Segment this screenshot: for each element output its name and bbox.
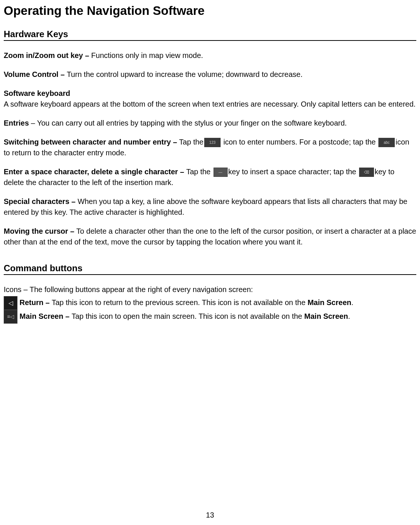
label-softkbd: Software keyboard [4, 89, 70, 97]
page-number: 13 [0, 511, 420, 519]
para-return: ◁ Return – Tap this icon to return to th… [4, 296, 416, 310]
label-special: Special characters – [4, 197, 78, 205]
label-cursor: Moving the cursor – [4, 227, 76, 235]
para-space: Enter a space character, delete a single… [4, 166, 416, 188]
number-mode-icon: 123 [204, 138, 221, 147]
text-zoom: Functions only in map view mode. [91, 51, 203, 59]
para-entries: Entries – You can carry out all entries … [4, 118, 416, 129]
para-cursor: Moving the cursor – To delete a characte… [4, 226, 416, 247]
return-icon: ◁ [4, 296, 17, 310]
text-volume: Turn the control upward to increase the … [67, 70, 303, 78]
text-switching-1: Tap the [179, 138, 204, 146]
text-switching-2: icon to enter numbers. For a postcode; t… [221, 138, 378, 146]
para-switching: Switching between character and number e… [4, 137, 416, 158]
text-mainscreen: Tap this icon to open the main screen. T… [72, 312, 305, 320]
mainscreen-ref-2: Main Screen [304, 312, 348, 320]
label-volume: Volume Control – [4, 70, 67, 78]
space-key-icon: — [214, 168, 228, 177]
section-hardware-keys: Hardware Keys [4, 29, 416, 41]
label-space: Enter a space character, delete a single… [4, 168, 186, 176]
label-entries: Entries [4, 119, 29, 127]
period-mainscreen: . [348, 312, 350, 320]
para-icons-intro: Icons – The following buttons appear at … [4, 284, 416, 295]
text-space-1: Tap the [186, 168, 212, 176]
para-softkbd: Software keyboard A software keyboard ap… [4, 88, 416, 110]
mainscreen-ref-1: Main Screen [307, 298, 351, 307]
period-return: . [351, 298, 354, 307]
label-return: Return – [17, 298, 52, 307]
section-command-buttons: Command buttons [4, 263, 416, 275]
dash-entries: – [29, 119, 37, 127]
para-volume: Volume Control – Turn the control upward… [4, 69, 416, 80]
text-space-2: key to insert a space character; tap the [228, 168, 358, 176]
label-switching: Switching between character and number e… [4, 138, 179, 146]
para-mainscreen: ≡◁ Main Screen – Tap this icon to open t… [4, 310, 416, 324]
para-special: Special characters – When you tap a key,… [4, 196, 416, 218]
text-entries: You can carry out all entries by tapping… [37, 119, 347, 127]
label-zoom: Zoom in/Zoom out key – [4, 51, 91, 59]
label-mainscreen: Main Screen – [17, 312, 72, 320]
para-zoom: Zoom in/Zoom out key – Functions only in… [4, 50, 416, 61]
text-softkbd: A software keyboard appears at the botto… [4, 100, 416, 108]
text-return: Tap this icon to return to the previous … [52, 298, 307, 307]
main-screen-icon: ≡◁ [4, 310, 17, 324]
page-title: Operating the Navigation Software [4, 4, 416, 18]
character-mode-icon: abc [378, 138, 395, 147]
backspace-key-icon: ⌫ [359, 168, 374, 177]
